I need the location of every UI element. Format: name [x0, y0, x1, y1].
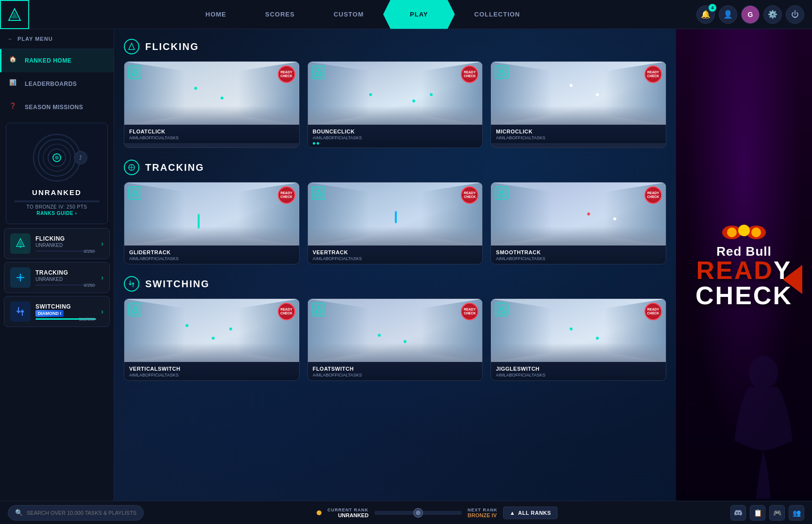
- back-label: PLAY MENU: [17, 36, 53, 42]
- flicking-section: FLICKING: [124, 39, 666, 148]
- svg-marker-19: [132, 190, 138, 196]
- notifications-button[interactable]: 🔔 4: [696, 5, 715, 24]
- tracking-section-icon: [124, 160, 139, 175]
- friends-button[interactable]: 👤: [719, 5, 737, 24]
- switching-task-grid: READYCHECK VERTICALSWITCH AIMLABOFFICIAL…: [124, 298, 666, 381]
- switching-section-title: SWITCHING: [145, 278, 209, 290]
- dot-2: [317, 142, 319, 145]
- group-button[interactable]: 👥: [789, 505, 804, 521]
- switching-section-header: SWITCHING: [124, 276, 666, 292]
- current-rank-value: UNRANKED: [338, 512, 369, 518]
- ranks-guide-link[interactable]: RANKS GUIDE ›: [36, 211, 77, 216]
- notification-badge: 4: [709, 4, 716, 12]
- switching-score: 500/500: [79, 317, 95, 322]
- svg-point-29: [738, 225, 750, 236]
- veertrack-name: VEERTRACK: [313, 249, 478, 255]
- rank-slider-inner: [416, 510, 421, 515]
- redbull-content: Red Bull READY CHECK: [686, 212, 802, 318]
- rank-slider[interactable]: [374, 511, 462, 515]
- rank-section: ⤴ UNRANKED TO BRONZE IV: 250 PTS RANKS G…: [6, 123, 108, 224]
- task-card-bounceclick[interactable]: READYCHECK BOUNCECLICK AIMLABOFFICIALTAS…: [307, 61, 483, 148]
- diamond-badge: DIAMOND I: [35, 310, 64, 317]
- tracking-arrow-icon: ›: [101, 274, 103, 281]
- flicking-task-grid: READYCHECK FLOATCLICK AIMLABOFFICIALTASK…: [124, 61, 666, 148]
- glidertrack-creator: AIMLABOFFICIALTASKS: [129, 256, 294, 261]
- flicking-icon: [10, 233, 31, 254]
- microclick-thumbnail: READYCHECK: [491, 62, 666, 125]
- flicking-section-icon: [124, 39, 139, 54]
- sidebar-item-season-missions[interactable]: ❓ SEASON MISSIONS: [0, 96, 114, 119]
- glidertrack-info: GLIDERTRACK AIMLABOFFICIALTASKS: [124, 246, 299, 264]
- sidebar-item-leaderboards[interactable]: 📊 LEADERBOARDS: [0, 72, 114, 96]
- svg-marker-21: [499, 190, 505, 196]
- leaderboard-bottom-button[interactable]: 📋: [750, 505, 765, 521]
- ranked-home-label: RANKED HOME: [25, 57, 71, 64]
- task-card-floatswitch[interactable]: READYCHECK FLOATSWITCH AIMLABOFFICIALTAS…: [307, 298, 483, 381]
- tracking-score: 0/250: [84, 283, 95, 288]
- tracking-section-header: TRACKING: [124, 160, 666, 175]
- avatar-button[interactable]: G: [741, 5, 760, 24]
- svg-point-8: [19, 246, 21, 248]
- glidertrack-name: GLIDERTRACK: [129, 249, 294, 255]
- power-button[interactable]: ⏻: [786, 5, 804, 24]
- svg-point-27: [727, 228, 737, 237]
- search-input[interactable]: [27, 510, 136, 516]
- task-card-microclick[interactable]: READYCHECK MICROCLICK AIMLABOFFICIALTASK…: [491, 61, 666, 148]
- switching-name: SWITCHING: [35, 303, 96, 310]
- next-rank-value: BRONZE IV: [468, 512, 497, 518]
- controller-button[interactable]: 🎮: [769, 505, 785, 521]
- task-card-jiggleswitch[interactable]: READYCHECK JIGGLESWITCH AIMLABOFFICIALTA…: [491, 298, 666, 381]
- search-box[interactable]: 🔍: [8, 505, 144, 521]
- rank-circle: ⤴: [30, 131, 84, 184]
- jiggleswitch-creator: AIMLABOFFICIALTASKS: [496, 373, 661, 377]
- category-card-tracking[interactable]: TRACKING UNRANKED 0/250 ›: [4, 262, 110, 293]
- all-ranks-button[interactable]: ▲ ALL RANKS: [503, 507, 557, 519]
- floatclick-name: FLOATCLICK: [129, 129, 294, 134]
- category-card-flicking[interactable]: FLICKING UNRANKED 0/250 ›: [4, 228, 110, 259]
- task-card-verticalswitch[interactable]: READYCHECK VERTICALSWITCH AIMLABOFFICIAL…: [124, 298, 300, 381]
- triangle-decoration: [783, 265, 802, 294]
- tracking-icon: [10, 267, 31, 288]
- tracking-task-grid: READYCHECK GLIDERTRACK AIMLABOFFICIALTAS…: [124, 182, 666, 264]
- svg-point-28: [751, 228, 761, 237]
- rank-share-button[interactable]: ⤴: [74, 151, 87, 164]
- task-card-smoothtrack[interactable]: READYCHECK SMOOTHTRACK AIMLABOFFICIALTAS…: [491, 182, 666, 264]
- aim-logo-veertrack: [312, 186, 325, 200]
- next-rank-item: NEXT RANK BRONZE IV: [468, 508, 498, 518]
- flicking-arrow-icon: ›: [101, 240, 103, 247]
- verticalswitch-name: VERTICALSWITCH: [129, 366, 294, 372]
- leaderboards-label: LEADERBOARDS: [25, 81, 77, 87]
- aim-logo-bounceclick: [312, 66, 325, 79]
- bounceclick-info: BOUNCECLICK AIMLABOFFICIALTASKS: [308, 125, 483, 147]
- nav-custom[interactable]: CUSTOM: [314, 0, 383, 29]
- microclick-creator: AIMLABOFFICIALTASKS: [496, 135, 661, 140]
- nav-play[interactable]: PLAY: [383, 0, 455, 29]
- task-card-glidertrack[interactable]: READYCHECK GLIDERTRACK AIMLABOFFICIALTAS…: [124, 182, 300, 264]
- task-card-floatclick[interactable]: READYCHECK FLOATCLICK AIMLABOFFICIALTASK…: [124, 61, 300, 148]
- bounceclick-name: BOUNCECLICK: [313, 129, 478, 134]
- smoothtrack-info: SMOOTHTRACK AIMLABOFFICIALTASKS: [491, 246, 666, 264]
- nav-home[interactable]: HOME: [186, 0, 246, 29]
- app-logo[interactable]: [0, 0, 29, 29]
- category-cards: FLICKING UNRANKED 0/250 ›: [0, 228, 114, 327]
- rank-progress-bar: [14, 200, 100, 202]
- main-layout: ← PLAY MENU 🏠 RANKED HOME 📊 LEADERBOARDS…: [0, 29, 812, 501]
- aim-logo-smoothtrack: [495, 186, 508, 200]
- microclick-name: MICROCLICK: [496, 129, 661, 134]
- switching-arrow-icon: ›: [101, 308, 103, 315]
- floatclick-creator: AIMLABOFFICIALTASKS: [129, 135, 294, 140]
- sidebar-back-button[interactable]: ← PLAY MENU: [0, 29, 114, 49]
- sidebar-item-ranked-home[interactable]: 🏠 RANKED HOME: [0, 49, 114, 72]
- task-card-veertrack[interactable]: READYCHECK VEERTRACK AIMLABOFFICIALTASKS: [307, 182, 483, 264]
- flicking-rank: UNRANKED: [35, 243, 96, 248]
- discord-button[interactable]: [730, 505, 746, 521]
- smoothtrack-thumbnail: READYCHECK: [491, 182, 666, 246]
- back-arrow-icon: ←: [8, 36, 14, 42]
- nav-collection[interactable]: COLLECTION: [455, 0, 540, 29]
- aim-logo-floatclick: [128, 66, 142, 79]
- settings-button[interactable]: ⚙️: [763, 5, 782, 24]
- top-navigation: HOME SCORES CUSTOM PLAY COLLECTION 🔔 4 👤…: [0, 0, 812, 29]
- category-card-switching[interactable]: SWITCHING DIAMOND I 500/500 ›: [4, 296, 110, 327]
- jiggleswitch-name: JIGGLESWITCH: [496, 366, 661, 372]
- nav-scores[interactable]: SCORES: [246, 0, 314, 29]
